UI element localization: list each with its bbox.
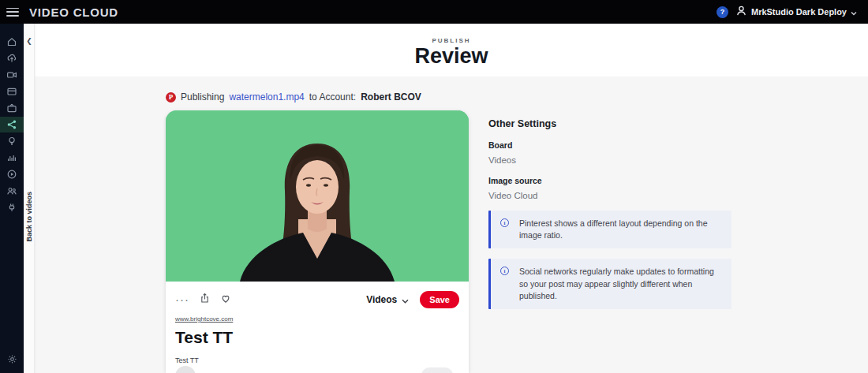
top-bar: VIDEO CLOUD ? MrkStudio Dark Deploy (0, 0, 868, 24)
filename-link[interactable]: watermelon1.mp4 (229, 91, 304, 103)
menu-icon[interactable] (6, 8, 19, 17)
media-library-icon (6, 86, 17, 97)
sidebar-item-integrations[interactable] (0, 200, 24, 215)
avatar (175, 366, 196, 373)
info-note: i Social networks regularly make updates… (488, 259, 731, 309)
sidebar-item-interactivity[interactable] (0, 133, 24, 149)
board-dropdown[interactable]: Videos (366, 293, 409, 307)
home-icon (6, 36, 17, 47)
sidebar-item-audience[interactable] (0, 183, 24, 199)
other-settings-title: Other Settings (488, 118, 731, 129)
help-button[interactable]: ? (716, 6, 728, 18)
thumbnail-illustration (166, 110, 469, 282)
preview-url-link[interactable]: www.brightcove.com (175, 315, 233, 323)
users-icon (6, 185, 17, 196)
account-value: Robert BCOV (361, 91, 421, 103)
sidebar-item-upload[interactable] (0, 50, 24, 66)
sidebar-item-media[interactable] (0, 84, 24, 99)
sidebar-item-live[interactable] (0, 100, 24, 116)
other-settings-panel: Other Settings Board Videos Image source… (488, 118, 731, 309)
back-to-videos-link[interactable]: Back to videos (25, 192, 33, 242)
publish-eyebrow: PUBLISH (432, 37, 470, 44)
pinterest-preview-card: ··· Videos Save www.brightcove.com Test … (166, 110, 469, 373)
app-window: VIDEO CLOUD ? MrkStudio Dark Deploy (0, 0, 868, 373)
publishing-prefix: Publishing (181, 91, 224, 103)
account-name: MrkStudio Dark Deploy (751, 7, 847, 17)
chevron-down-icon (402, 293, 409, 307)
share-icon (6, 119, 17, 130)
sidebar-item-social-sharing[interactable] (0, 117, 24, 132)
card-action-row: ··· Videos Save (175, 291, 459, 308)
topbar-right: ? MrkStudio Dark Deploy (716, 5, 857, 20)
settings-gear-button[interactable] (0, 353, 24, 367)
note-text: Pinterest shows a different layout depen… (519, 218, 720, 241)
image-source-value: Video Cloud (488, 191, 731, 200)
save-button[interactable]: Save (420, 291, 459, 308)
image-source-label: Image source (488, 176, 731, 185)
collapse-chevron-icon[interactable]: ❮ (24, 38, 35, 45)
plug-icon (6, 202, 17, 213)
board-dropdown-value: Videos (366, 294, 397, 305)
preview-title: Test TT (175, 328, 459, 347)
more-options-button[interactable]: ··· (175, 296, 189, 304)
page-header: PUBLISH Review (35, 24, 868, 76)
info-icon: i (500, 218, 509, 227)
video-cloud-logo: VIDEO CLOUD (29, 6, 118, 19)
info-note: i Pinterest shows a different layout dep… (488, 211, 731, 248)
user-icon (735, 5, 747, 20)
export-button[interactable] (200, 293, 210, 307)
chevron-down-icon (851, 5, 857, 19)
sidebar-item-analytics[interactable] (0, 150, 24, 166)
sidebar-item-home[interactable] (0, 34, 24, 50)
favorite-button[interactable] (220, 293, 231, 307)
publishing-summary: P Publishing watermelon1.mp4 to Account:… (166, 91, 421, 103)
sidebar-item-video[interactable] (0, 67, 24, 83)
publishing-middle: to Account: (309, 91, 356, 103)
partial-button[interactable] (421, 367, 453, 373)
pinterest-icon: P (166, 92, 176, 103)
note-text: Social networks regularly make updates t… (519, 266, 720, 302)
video-camera-icon (6, 69, 17, 80)
icon-sidebar (0, 24, 24, 373)
export-icon (200, 293, 210, 307)
cloud-upload-icon (6, 53, 17, 64)
gear-icon (7, 353, 17, 367)
info-icon: i (500, 267, 509, 275)
play-circle-icon (6, 169, 17, 180)
tv-icon (6, 103, 17, 114)
lightbulb-icon (6, 136, 17, 147)
account-menu[interactable]: MrkStudio Dark Deploy (735, 5, 857, 20)
bar-chart-icon (6, 152, 17, 163)
video-thumbnail (166, 110, 469, 282)
back-to-videos-rail: ❮ Back to videos (24, 24, 35, 373)
preview-card-body: ··· Videos Save www.brightcove.com Test … (166, 282, 469, 373)
heart-icon (220, 293, 231, 307)
preview-description: Test TT (175, 356, 459, 364)
page-title: Review (414, 45, 488, 69)
board-value: Videos (488, 155, 731, 165)
sidebar-item-players[interactable] (0, 166, 24, 182)
board-label: Board (488, 140, 731, 150)
